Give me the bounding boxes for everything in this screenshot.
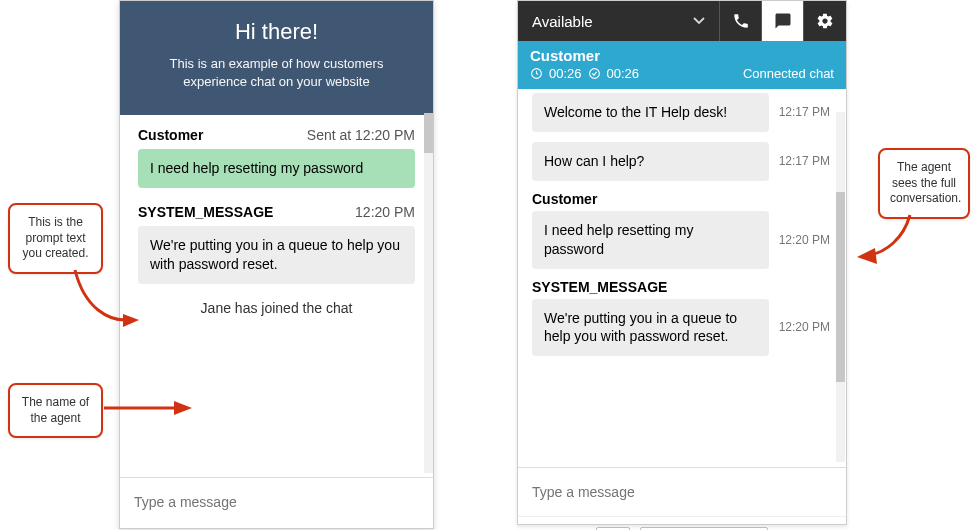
callout-arrow: [855, 210, 925, 270]
chat-message: Customer Sent at 12:20 PM I need help re…: [138, 127, 415, 188]
status-label: Available: [532, 13, 593, 30]
message-bubble: Welcome to the IT Help desk!: [532, 93, 769, 132]
timer-icon: [588, 67, 601, 80]
agent-message-row: I need help resetting my password 12:20 …: [532, 211, 830, 269]
agent-input-area: [518, 467, 846, 516]
svg-marker-4: [123, 314, 139, 327]
customer-chat-panel: Hi there! This is an example of how cust…: [119, 0, 434, 529]
message-bubble: We're putting you in a queue to help you…: [138, 226, 415, 284]
contact-name: Customer: [530, 47, 834, 64]
agent-message-row: How can I help? 12:17 PM: [532, 142, 830, 181]
chat-message: SYSTEM_MESSAGE 12:20 PM We're putting yo…: [138, 204, 415, 284]
customer-chat-header: Hi there! This is an example of how cust…: [120, 1, 433, 115]
phone-icon: [732, 12, 750, 30]
message-time: 12:17 PM: [779, 154, 830, 168]
agent-message-row: We're putting you in a queue to help you…: [532, 299, 830, 357]
gear-icon: [816, 12, 834, 30]
message-time: 12:20 PM: [355, 204, 415, 220]
message-time: 12:20 PM: [779, 320, 830, 334]
chevron-down-icon: [693, 17, 705, 25]
customer-chat-body: Customer Sent at 12:20 PM I need help re…: [120, 115, 433, 477]
message-sender: SYSTEM_MESSAGE: [138, 204, 273, 220]
timer-1: 00:26: [549, 66, 582, 81]
customer-input-area: [120, 477, 433, 526]
svg-marker-6: [174, 401, 192, 415]
system-joined-text: Jane has joined the chat: [138, 300, 415, 316]
agent-status-bar: Available: [518, 1, 846, 41]
contact-info-bar: Customer 00:26 00:26 Connected chat: [518, 41, 846, 89]
message-input[interactable]: [134, 490, 419, 514]
callout-agent-name: The name of the agent: [8, 383, 103, 438]
connection-status: Connected chat: [743, 66, 834, 81]
agent-status-dropdown[interactable]: Available: [518, 1, 720, 41]
callout-arrow: [104, 398, 194, 418]
timer-2: 00:26: [607, 66, 640, 81]
clock-icon: [530, 67, 543, 80]
header-subtitle: This is an example of how customers expe…: [144, 55, 409, 91]
message-time: 12:17 PM: [779, 105, 830, 119]
callout-full-conversation: The agent sees the full conversation.: [878, 148, 970, 219]
chat-icon: [774, 12, 792, 30]
message-bubble: How can I help?: [532, 142, 769, 181]
message-time: Sent at 12:20 PM: [307, 127, 415, 143]
agent-chat-body: Welcome to the IT Help desk! 12:17 PM Ho…: [518, 89, 846, 467]
callout-arrow: [65, 265, 145, 335]
agent-footer: ✕ End chat: [518, 516, 846, 530]
callout-prompt-text: This is the prompt text you created.: [8, 203, 103, 274]
agent-panel: Available Customer 00:26 00:26 Connected…: [517, 0, 847, 525]
message-sender: Customer: [138, 127, 203, 143]
settings-button[interactable]: [804, 1, 846, 41]
svg-point-1: [589, 69, 599, 79]
agent-message-input[interactable]: [532, 480, 832, 504]
message-bubble: We're putting you in a queue to help you…: [532, 299, 769, 357]
svg-marker-7: [857, 248, 877, 264]
message-sender: SYSTEM_MESSAGE: [532, 279, 830, 295]
message-bubble: I need help resetting my password: [138, 149, 415, 188]
message-time: 12:20 PM: [779, 233, 830, 247]
customer-footer: End chat: [120, 526, 433, 530]
message-sender: Customer: [532, 191, 830, 207]
message-bubble: I need help resetting my password: [532, 211, 769, 269]
phone-tab-button[interactable]: [720, 1, 762, 41]
header-title: Hi there!: [144, 19, 409, 45]
agent-message-row: Welcome to the IT Help desk! 12:17 PM: [532, 93, 830, 132]
chat-tab-button[interactable]: [762, 1, 804, 41]
